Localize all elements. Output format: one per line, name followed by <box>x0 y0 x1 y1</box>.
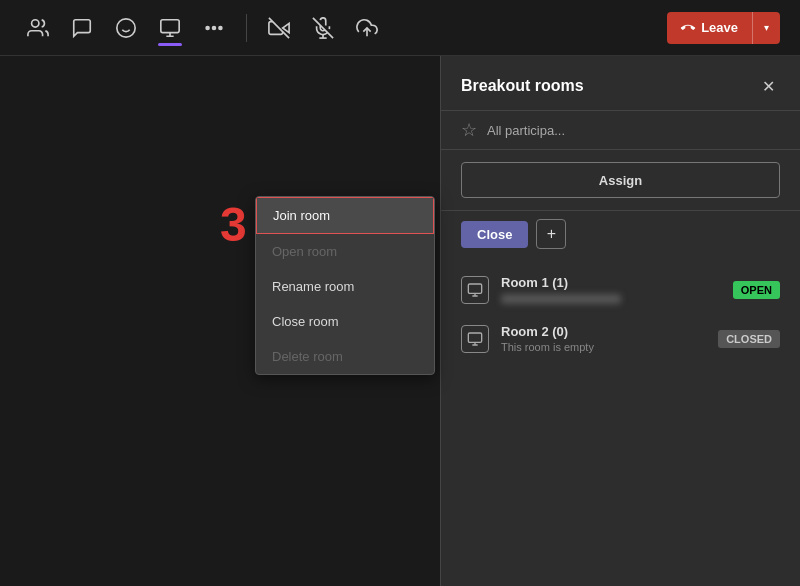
emoji-icon[interactable] <box>108 10 144 46</box>
svg-point-1 <box>117 18 135 36</box>
svg-rect-14 <box>468 284 481 293</box>
room-info: Room 1 (1) <box>501 275 721 304</box>
leave-button[interactable]: Leave ▾ <box>667 12 780 44</box>
panel-header: Breakout rooms ✕ <box>441 56 800 110</box>
screen-share-icon[interactable] <box>152 10 188 46</box>
camera-off-icon[interactable] <box>261 10 297 46</box>
svg-marker-8 <box>283 23 289 32</box>
people-icon[interactable] <box>20 10 56 46</box>
main-content: Breakout rooms ✕ ☆ All participa... Assi… <box>0 56 800 586</box>
add-room-button[interactable]: + <box>536 219 566 249</box>
room-list: Room 1 (1) OPEN Room 2 (0) This room is … <box>441 257 800 586</box>
action-bar: Assign <box>441 150 800 211</box>
assign-button[interactable]: Assign <box>461 162 780 198</box>
svg-point-6 <box>213 26 216 29</box>
controls-bar: Close + <box>441 211 800 257</box>
panel-title: Breakout rooms <box>461 77 584 95</box>
toolbar: Leave ▾ <box>0 0 800 56</box>
context-menu-join-room[interactable]: Join room <box>256 197 434 234</box>
leave-button-main[interactable]: Leave <box>667 12 752 44</box>
more-icon[interactable] <box>196 10 232 46</box>
svg-point-5 <box>206 26 209 29</box>
context-menu: Join room Open room Rename room Close ro… <box>255 196 435 375</box>
svg-point-7 <box>219 26 222 29</box>
annotation-number: 3 <box>220 201 247 249</box>
room-item[interactable]: Room 1 (1) OPEN <box>441 265 800 314</box>
room-info: Room 2 (0) This room is empty <box>501 324 706 353</box>
room-sub: This room is empty <box>501 341 706 353</box>
context-menu-open-room: Open room <box>256 234 434 269</box>
status-badge-open: OPEN <box>733 281 780 299</box>
room-info-text: All participa... <box>487 123 565 138</box>
star-icon: ☆ <box>461 119 477 141</box>
room-name: Room 1 (1) <box>501 275 721 290</box>
svg-rect-4 <box>161 19 179 32</box>
close-rooms-button[interactable]: Close <box>461 221 528 248</box>
room-info-bar: ☆ All participa... <box>441 110 800 150</box>
toolbar-divider <box>246 14 247 42</box>
leave-dropdown-icon[interactable]: ▾ <box>752 12 780 44</box>
room-icon <box>461 276 489 304</box>
context-menu-rename-room[interactable]: Rename room <box>256 269 434 304</box>
room-item[interactable]: Room 2 (0) This room is empty CLOSED <box>441 314 800 363</box>
context-menu-delete-room: Delete room <box>256 339 434 374</box>
room-name: Room 2 (0) <box>501 324 706 339</box>
status-badge-closed: CLOSED <box>718 330 780 348</box>
share-icon[interactable] <box>349 10 385 46</box>
leave-label: Leave <box>701 20 738 35</box>
context-menu-close-room[interactable]: Close room <box>256 304 434 339</box>
room-sub-blurred <box>501 294 621 304</box>
toolbar-right: Leave ▾ <box>667 12 780 44</box>
svg-point-0 <box>32 19 39 26</box>
mic-off-icon[interactable] <box>305 10 341 46</box>
svg-rect-15 <box>468 333 481 342</box>
chat-icon[interactable] <box>64 10 100 46</box>
breakout-panel: Breakout rooms ✕ ☆ All participa... Assi… <box>440 56 800 586</box>
panel-close-button[interactable]: ✕ <box>756 74 780 98</box>
room-icon <box>461 325 489 353</box>
